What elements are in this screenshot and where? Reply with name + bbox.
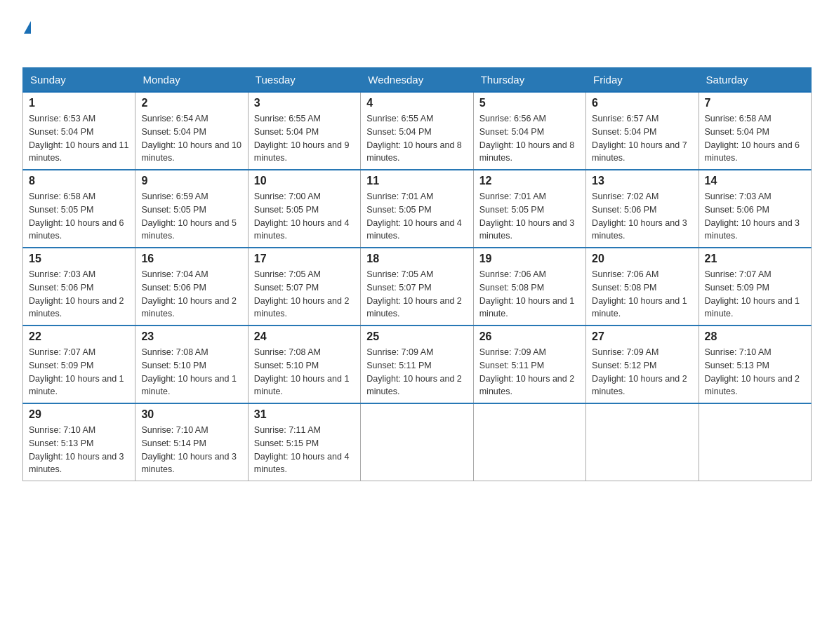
calendar-cell bbox=[473, 403, 585, 481]
day-number: 21 bbox=[705, 253, 805, 265]
calendar-cell: 2 Sunrise: 6:54 AM Sunset: 5:04 PM Dayli… bbox=[135, 92, 248, 170]
day-info: Sunrise: 7:04 AM Sunset: 5:06 PM Dayligh… bbox=[141, 268, 241, 321]
calendar-cell bbox=[699, 403, 811, 481]
calendar-cell: 6 Sunrise: 6:57 AM Sunset: 5:04 PM Dayli… bbox=[586, 92, 699, 170]
day-number: 23 bbox=[141, 330, 241, 343]
day-number: 25 bbox=[366, 330, 467, 343]
day-info: Sunrise: 7:07 AM Sunset: 5:09 PM Dayligh… bbox=[705, 268, 805, 321]
day-number: 11 bbox=[366, 175, 467, 187]
day-info: Sunrise: 7:01 AM Sunset: 5:05 PM Dayligh… bbox=[366, 190, 467, 243]
day-info: Sunrise: 7:03 AM Sunset: 5:06 PM Dayligh… bbox=[29, 268, 129, 321]
day-number: 2 bbox=[141, 97, 241, 109]
calendar-cell bbox=[586, 403, 699, 481]
calendar-cell: 14 Sunrise: 7:03 AM Sunset: 5:06 PM Dayl… bbox=[699, 170, 811, 248]
day-number: 3 bbox=[254, 97, 355, 109]
day-info: Sunrise: 6:57 AM Sunset: 5:04 PM Dayligh… bbox=[592, 112, 692, 165]
day-number: 10 bbox=[254, 175, 355, 187]
day-info: Sunrise: 7:08 AM Sunset: 5:10 PM Dayligh… bbox=[254, 346, 355, 398]
day-info: Sunrise: 7:07 AM Sunset: 5:09 PM Dayligh… bbox=[29, 346, 129, 398]
calendar-cell: 22 Sunrise: 7:07 AM Sunset: 5:09 PM Dayl… bbox=[23, 326, 135, 403]
calendar-cell: 18 Sunrise: 7:05 AM Sunset: 5:07 PM Dayl… bbox=[361, 248, 473, 326]
calendar-cell: 4 Sunrise: 6:55 AM Sunset: 5:04 PM Dayli… bbox=[361, 92, 473, 170]
day-number: 17 bbox=[254, 253, 355, 265]
column-header-monday: Monday bbox=[135, 68, 248, 93]
day-number: 4 bbox=[366, 97, 467, 109]
calendar-cell: 8 Sunrise: 6:58 AM Sunset: 5:05 PM Dayli… bbox=[23, 170, 135, 248]
day-number: 15 bbox=[29, 253, 129, 265]
day-info: Sunrise: 6:55 AM Sunset: 5:04 PM Dayligh… bbox=[254, 112, 355, 165]
day-info: Sunrise: 7:05 AM Sunset: 5:07 PM Dayligh… bbox=[366, 268, 467, 321]
day-info: Sunrise: 7:11 AM Sunset: 5:15 PM Dayligh… bbox=[254, 424, 355, 476]
calendar-cell: 25 Sunrise: 7:09 AM Sunset: 5:11 PM Dayl… bbox=[361, 326, 473, 403]
day-number: 31 bbox=[254, 408, 355, 421]
calendar-cell: 16 Sunrise: 7:04 AM Sunset: 5:06 PM Dayl… bbox=[135, 248, 248, 326]
calendar-table: SundayMondayTuesdayWednesdayThursdayFrid… bbox=[22, 67, 812, 481]
day-info: Sunrise: 7:03 AM Sunset: 5:06 PM Dayligh… bbox=[705, 190, 805, 243]
calendar-cell: 17 Sunrise: 7:05 AM Sunset: 5:07 PM Dayl… bbox=[248, 248, 360, 326]
calendar-cell: 15 Sunrise: 7:03 AM Sunset: 5:06 PM Dayl… bbox=[23, 248, 135, 326]
calendar-cell: 27 Sunrise: 7:09 AM Sunset: 5:12 PM Dayl… bbox=[586, 326, 699, 403]
column-header-saturday: Saturday bbox=[699, 68, 811, 93]
calendar-cell: 28 Sunrise: 7:10 AM Sunset: 5:13 PM Dayl… bbox=[699, 326, 811, 403]
calendar-cell: 24 Sunrise: 7:08 AM Sunset: 5:10 PM Dayl… bbox=[248, 326, 360, 403]
page-header bbox=[22, 17, 812, 55]
day-number: 14 bbox=[705, 175, 805, 187]
day-number: 27 bbox=[592, 330, 692, 343]
day-number: 20 bbox=[592, 253, 692, 265]
calendar-cell: 13 Sunrise: 7:02 AM Sunset: 5:06 PM Dayl… bbox=[586, 170, 699, 248]
day-number: 18 bbox=[366, 253, 467, 265]
calendar-cell: 11 Sunrise: 7:01 AM Sunset: 5:05 PM Dayl… bbox=[361, 170, 473, 248]
day-info: Sunrise: 7:08 AM Sunset: 5:10 PM Dayligh… bbox=[141, 346, 241, 398]
day-info: Sunrise: 7:09 AM Sunset: 5:11 PM Dayligh… bbox=[479, 346, 580, 398]
day-number: 30 bbox=[141, 408, 241, 421]
day-number: 29 bbox=[29, 408, 129, 421]
calendar-cell: 9 Sunrise: 6:59 AM Sunset: 5:05 PM Dayli… bbox=[135, 170, 248, 248]
day-info: Sunrise: 7:02 AM Sunset: 5:06 PM Dayligh… bbox=[592, 190, 692, 243]
day-number: 6 bbox=[592, 97, 692, 109]
day-info: Sunrise: 7:10 AM Sunset: 5:13 PM Dayligh… bbox=[705, 346, 805, 398]
calendar-week-row: 15 Sunrise: 7:03 AM Sunset: 5:06 PM Dayl… bbox=[23, 248, 812, 326]
day-number: 22 bbox=[29, 330, 129, 343]
day-info: Sunrise: 7:01 AM Sunset: 5:05 PM Dayligh… bbox=[479, 190, 580, 243]
calendar-cell: 10 Sunrise: 7:00 AM Sunset: 5:05 PM Dayl… bbox=[248, 170, 360, 248]
day-number: 28 bbox=[705, 330, 805, 343]
day-info: Sunrise: 7:00 AM Sunset: 5:05 PM Dayligh… bbox=[254, 190, 355, 243]
calendar-week-row: 22 Sunrise: 7:07 AM Sunset: 5:09 PM Dayl… bbox=[23, 326, 812, 403]
day-info: Sunrise: 7:09 AM Sunset: 5:11 PM Dayligh… bbox=[366, 346, 467, 398]
calendar-cell: 3 Sunrise: 6:55 AM Sunset: 5:04 PM Dayli… bbox=[248, 92, 360, 170]
calendar-cell: 31 Sunrise: 7:11 AM Sunset: 5:15 PM Dayl… bbox=[248, 403, 360, 481]
calendar-week-row: 8 Sunrise: 6:58 AM Sunset: 5:05 PM Dayli… bbox=[23, 170, 812, 248]
column-header-sunday: Sunday bbox=[23, 68, 135, 93]
day-number: 13 bbox=[592, 175, 692, 187]
calendar-cell: 19 Sunrise: 7:06 AM Sunset: 5:08 PM Dayl… bbox=[473, 248, 585, 326]
day-number: 26 bbox=[479, 330, 580, 343]
calendar-cell: 21 Sunrise: 7:07 AM Sunset: 5:09 PM Dayl… bbox=[699, 248, 811, 326]
day-info: Sunrise: 6:53 AM Sunset: 5:04 PM Dayligh… bbox=[29, 112, 129, 165]
day-number: 7 bbox=[705, 97, 805, 109]
day-info: Sunrise: 6:59 AM Sunset: 5:05 PM Dayligh… bbox=[141, 190, 241, 243]
calendar-week-row: 1 Sunrise: 6:53 AM Sunset: 5:04 PM Dayli… bbox=[23, 92, 812, 170]
calendar-cell: 7 Sunrise: 6:58 AM Sunset: 5:04 PM Dayli… bbox=[699, 92, 811, 170]
day-info: Sunrise: 7:06 AM Sunset: 5:08 PM Dayligh… bbox=[479, 268, 580, 321]
day-info: Sunrise: 6:58 AM Sunset: 5:05 PM Dayligh… bbox=[29, 190, 129, 243]
logo-triangle-icon bbox=[24, 21, 31, 34]
calendar-cell: 1 Sunrise: 6:53 AM Sunset: 5:04 PM Dayli… bbox=[23, 92, 135, 170]
calendar-header-row: SundayMondayTuesdayWednesdayThursdayFrid… bbox=[23, 68, 812, 93]
calendar-cell bbox=[361, 403, 473, 481]
day-info: Sunrise: 6:54 AM Sunset: 5:04 PM Dayligh… bbox=[141, 112, 241, 165]
day-number: 1 bbox=[29, 97, 129, 109]
calendar-cell: 29 Sunrise: 7:10 AM Sunset: 5:13 PM Dayl… bbox=[23, 403, 135, 481]
day-number: 5 bbox=[479, 97, 580, 109]
calendar-cell: 20 Sunrise: 7:06 AM Sunset: 5:08 PM Dayl… bbox=[586, 248, 699, 326]
day-info: Sunrise: 7:10 AM Sunset: 5:14 PM Dayligh… bbox=[141, 424, 241, 476]
calendar-cell: 26 Sunrise: 7:09 AM Sunset: 5:11 PM Dayl… bbox=[473, 326, 585, 403]
day-info: Sunrise: 6:58 AM Sunset: 5:04 PM Dayligh… bbox=[705, 112, 805, 165]
column-header-friday: Friday bbox=[586, 68, 699, 93]
calendar-cell: 5 Sunrise: 6:56 AM Sunset: 5:04 PM Dayli… bbox=[473, 92, 585, 170]
day-number: 12 bbox=[479, 175, 580, 187]
day-info: Sunrise: 7:10 AM Sunset: 5:13 PM Dayligh… bbox=[29, 424, 129, 476]
day-number: 24 bbox=[254, 330, 355, 343]
day-number: 19 bbox=[479, 253, 580, 265]
logo bbox=[22, 17, 31, 55]
day-number: 16 bbox=[141, 253, 241, 265]
